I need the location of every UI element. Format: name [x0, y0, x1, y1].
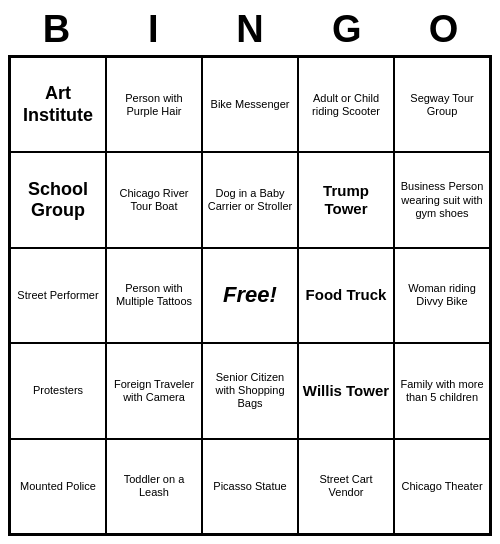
bingo-cell-8: Trump Tower: [298, 152, 394, 247]
bingo-letter-o: O: [395, 8, 492, 51]
bingo-cell-3: Adult or Child riding Scooter: [298, 57, 394, 152]
bingo-cell-4: Segway Tour Group: [394, 57, 490, 152]
bingo-cell-22: Picasso Statue: [202, 439, 298, 534]
bingo-letter-b: B: [8, 8, 105, 51]
bingo-grid: Art InstitutePerson with Purple HairBike…: [8, 55, 492, 536]
bingo-cell-1: Person with Purple Hair: [106, 57, 202, 152]
bingo-cell-5: School Group: [10, 152, 106, 247]
bingo-cell-21: Toddler on a Leash: [106, 439, 202, 534]
bingo-cell-0: Art Institute: [10, 57, 106, 152]
bingo-cell-24: Chicago Theater: [394, 439, 490, 534]
bingo-letter-n: N: [202, 8, 299, 51]
bingo-cell-16: Foreign Traveler with Camera: [106, 343, 202, 438]
bingo-cell-20: Mounted Police: [10, 439, 106, 534]
bingo-cell-19: Family with more than 5 children: [394, 343, 490, 438]
bingo-cell-2: Bike Messenger: [202, 57, 298, 152]
bingo-title: BINGO: [8, 8, 492, 51]
bingo-cell-7: Dog in a Baby Carrier or Stroller: [202, 152, 298, 247]
bingo-cell-6: Chicago River Tour Boat: [106, 152, 202, 247]
bingo-letter-i: I: [105, 8, 202, 51]
bingo-cell-10: Street Performer: [10, 248, 106, 343]
bingo-cell-14: Woman riding Divvy Bike: [394, 248, 490, 343]
bingo-cell-11: Person with Multiple Tattoos: [106, 248, 202, 343]
bingo-cell-12: Free!: [202, 248, 298, 343]
bingo-cell-17: Senior Citizen with Shopping Bags: [202, 343, 298, 438]
bingo-cell-23: Street Cart Vendor: [298, 439, 394, 534]
bingo-cell-9: Business Person wearing suit with gym sh…: [394, 152, 490, 247]
bingo-letter-g: G: [298, 8, 395, 51]
bingo-cell-15: Protesters: [10, 343, 106, 438]
bingo-cell-13: Food Truck: [298, 248, 394, 343]
bingo-cell-18: Willis Tower: [298, 343, 394, 438]
